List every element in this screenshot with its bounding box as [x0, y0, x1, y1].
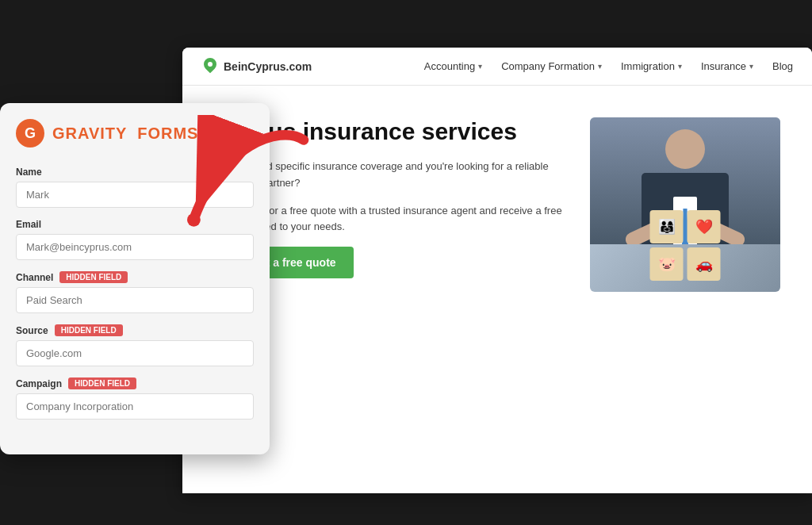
chevron-down-icon: ▾ [478, 62, 482, 71]
insurance-block-family: 👨‍👩‍👧 [650, 210, 684, 243]
field-label-email: Email [16, 219, 41, 230]
site-logo-text: BeinCyprus.com [224, 60, 312, 73]
nav-menu: Accounting ▾ Company Formation ▾ Immigra… [424, 60, 793, 72]
chevron-down-icon: ▾ [749, 62, 753, 71]
gravity-forms-panel: G GRAVITY FORMS Name Email Channel HIDDE… [0, 103, 270, 454]
field-label-row-campaign: Campaign HIDDEN FIELD [16, 377, 254, 389]
form-field-channel: Channel HIDDEN FIELD [16, 271, 254, 313]
nav-item-insurance[interactable]: Insurance ▾ [701, 60, 753, 72]
field-label-row-name: Name [16, 167, 254, 178]
gf-header: G GRAVITY FORMS [16, 119, 254, 148]
website-logo: BeinCyprus.com [201, 58, 312, 75]
insurance-block-health: ❤️ [688, 210, 721, 243]
campaign-input[interactable] [16, 393, 254, 420]
gf-title: GRAVITY FORMS [52, 125, 198, 143]
nav-item-immigration[interactable]: Immigration ▾ [621, 60, 682, 72]
nav-item-blog[interactable]: Blog [772, 60, 793, 72]
field-label-row-channel: Channel HIDDEN FIELD [16, 271, 254, 283]
chevron-down-icon: ▾ [678, 62, 682, 71]
field-label-row-email: Email [16, 219, 254, 230]
gf-logo-icon: G [16, 119, 44, 148]
nav-item-company-formation[interactable]: Company Formation ▾ [501, 60, 602, 72]
field-label-name: Name [16, 167, 42, 178]
insurance-block-car: 🚗 [688, 247, 721, 281]
form-field-email: Email [16, 219, 254, 260]
website-content: Cyprus insurance services Do you need sp… [182, 86, 812, 316]
field-label-source: Source [16, 325, 48, 336]
nav-item-accounting[interactable]: Accounting ▾ [424, 60, 482, 72]
field-label-row-source: Source HIDDEN FIELD [16, 324, 254, 336]
channel-input[interactable] [16, 287, 254, 313]
hidden-badge-source: HIDDEN FIELD [55, 324, 123, 336]
chevron-down-icon: ▾ [598, 62, 602, 71]
name-input[interactable] [16, 182, 254, 208]
website-nav: BeinCyprus.com Accounting ▾ Company Form… [182, 48, 812, 86]
insurance-block-savings: 🐷 [650, 247, 684, 281]
hidden-badge-channel: HIDDEN FIELD [59, 271, 128, 283]
hidden-badge-campaign: HIDDEN FIELD [68, 377, 136, 389]
field-label-channel: Channel [16, 272, 53, 283]
form-field-source: Source HIDDEN FIELD [16, 324, 254, 366]
field-label-campaign: Campaign [16, 378, 62, 389]
website-panel: BeinCyprus.com Accounting ▾ Company Form… [182, 48, 812, 493]
source-input[interactable] [16, 340, 254, 366]
form-field-name: Name [16, 167, 254, 208]
hero-image: 👨‍👩‍👧 ❤️ 🐷 🚗 [590, 117, 780, 292]
email-input[interactable] [16, 234, 254, 260]
form-field-campaign: Campaign HIDDEN FIELD [16, 377, 254, 420]
